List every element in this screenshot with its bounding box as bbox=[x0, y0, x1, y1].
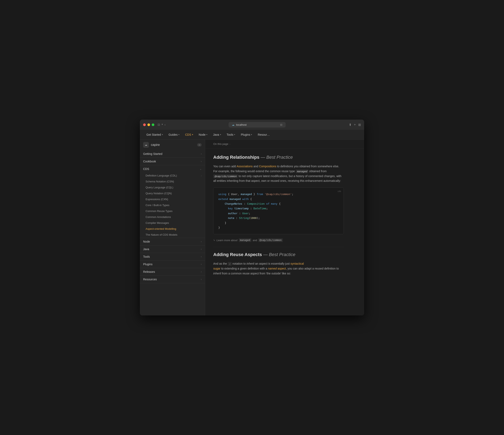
sidebar-sub-item-annotations[interactable]: Common Annotations bbox=[140, 214, 205, 220]
code-token: ; bbox=[266, 207, 268, 210]
code-sap-cds-common-badge[interactable]: @sap/cds/common bbox=[258, 238, 283, 242]
code-line-6: note : String(1000); bbox=[218, 216, 339, 220]
close-button[interactable] bbox=[143, 123, 146, 126]
sidebar-sub-item-cqn[interactable]: Query Notation (CQN) bbox=[140, 190, 205, 196]
sidebar-toggle-icon[interactable]: ⊡ bbox=[158, 123, 160, 126]
chevron-down-icon: ▾ bbox=[162, 133, 163, 136]
back-icon[interactable]: ‹ bbox=[164, 123, 166, 126]
sidebar-section-cds: CDS ⌄ Definition Language (CDL) › Schema… bbox=[140, 165, 205, 238]
link-associations[interactable]: Associations bbox=[237, 165, 253, 168]
sidebar-sub-item-nature[interactable]: The Nature of CDS Models bbox=[140, 232, 205, 238]
code-token: note bbox=[228, 216, 234, 220]
sidebar-sub-label-csn: Schema Notation (CSN) bbox=[145, 180, 174, 183]
sidebar-section-resources: Resources › bbox=[140, 276, 205, 283]
code-token: : bbox=[234, 216, 239, 220]
sidebar-sub-item-builtin[interactable]: Core / Built-in Types bbox=[140, 202, 205, 208]
nav-cds[interactable]: CDS ▾ bbox=[183, 132, 196, 138]
code-lang-badge: cds bbox=[338, 189, 341, 194]
sidebar-item-resources[interactable]: Resources › bbox=[140, 276, 205, 283]
cds-subsection: Definition Language (CDL) › Schema Notat… bbox=[140, 173, 205, 238]
sidebar-label-java: Java bbox=[143, 248, 149, 251]
chevron-down-icon: ▾ bbox=[220, 133, 221, 136]
code-token: } bbox=[218, 221, 226, 224]
sidebar-sub-label-cqn: Query Notation (CQN) bbox=[145, 192, 172, 195]
learn-more-text: Learn more about bbox=[216, 239, 237, 242]
chevron-right-icon: › bbox=[201, 255, 202, 258]
reader-icon[interactable]: ⊟ bbox=[280, 123, 282, 126]
share-icon[interactable]: ⬆ bbox=[349, 123, 351, 127]
chevron-down-icon: ▾ bbox=[251, 133, 252, 136]
code-token: ; bbox=[249, 212, 250, 215]
sidebar-sub-item-reuse-types[interactable]: Common Reuse Types bbox=[140, 208, 205, 214]
arrow-icon: ↳ bbox=[213, 239, 215, 241]
sidebar-item-java[interactable]: Java › bbox=[140, 245, 205, 253]
nav-tools[interactable]: Tools ▾ bbox=[224, 132, 238, 138]
sidebar-section-releases: Releases › bbox=[140, 268, 205, 276]
sidebar-sub-label-reuse-types: Common Reuse Types bbox=[145, 210, 172, 213]
sidebar-item-tools[interactable]: Tools › bbox=[140, 253, 205, 260]
nav-java[interactable]: Java ▾ bbox=[211, 132, 224, 138]
chevron-right-icon: › bbox=[201, 152, 202, 155]
code-managed-badge[interactable]: managed bbox=[239, 238, 252, 242]
sidebar-item-releases[interactable]: Releases › bbox=[140, 268, 205, 276]
sidebar-sub-item-csn[interactable]: Schema Notation (CSN) bbox=[140, 178, 205, 185]
code-token: '@sap/cds/common' bbox=[265, 193, 292, 196]
code-line-7: } bbox=[218, 221, 339, 225]
sidebar-item-cds[interactable]: CDS ⌄ bbox=[140, 165, 205, 173]
sidebar-badge: n bbox=[197, 143, 202, 147]
code-token: ChangeNotes bbox=[225, 202, 242, 205]
link-syntactical-sugar[interactable]: syntacticalsugar bbox=[213, 262, 304, 270]
code-token bbox=[218, 207, 228, 210]
link-compositions[interactable]: Compositions bbox=[259, 165, 276, 168]
sidebar-sub-item-cql[interactable]: Query Language (CQL) bbox=[140, 185, 205, 190]
sidebar-item-cookbook[interactable]: Cookbook › bbox=[140, 158, 205, 165]
sidebar-sub-label-builtin: Core / Built-in Types bbox=[145, 204, 170, 207]
text-inherit-1: inherit bbox=[246, 262, 254, 265]
code-line-1: using { User, managed } from '@sap/cds/c… bbox=[218, 192, 339, 196]
chevron-down-icon[interactable]: ▾ bbox=[162, 123, 163, 126]
code-colon: : bbox=[228, 262, 232, 266]
nav-get-started-label: Get Started bbox=[146, 133, 161, 136]
learn-more-managed: ↳ Learn more about managed and @sap/cds/… bbox=[213, 238, 344, 242]
link-aspect[interactable]: aspect bbox=[278, 267, 286, 270]
chevron-right-icon: › bbox=[201, 248, 202, 250]
nav-node[interactable]: Node ▾ bbox=[196, 132, 210, 138]
sidebar-sub-label-aspect: Aspect-oriented Modelling bbox=[145, 227, 176, 230]
sidebar-sub-item-cdl[interactable]: Definition Language (CDL) › bbox=[140, 173, 205, 178]
minimize-button[interactable] bbox=[147, 123, 150, 126]
text-named: named bbox=[268, 267, 277, 270]
code-block-relationships: cds using { User, managed } from '@sap/c… bbox=[213, 187, 344, 234]
nav-get-started[interactable]: Get Started ▾ bbox=[144, 132, 165, 138]
window-controls: ⊡ ▾ ‹ bbox=[158, 123, 166, 126]
url-display[interactable]: ☁ localhost ⊟ bbox=[229, 122, 286, 128]
sidebar-section-plugins: Plugins › bbox=[140, 260, 205, 268]
sidebar-item-node[interactable]: Node › bbox=[140, 238, 205, 245]
code-token: ); bbox=[257, 216, 260, 220]
sidebar-sub-item-aspect[interactable]: Aspect-oriented Modelling bbox=[140, 226, 205, 232]
code-managed: managed bbox=[296, 170, 308, 173]
code-token: DateTime bbox=[253, 207, 266, 210]
sidebar-sub-item-compiler[interactable]: Compiler Messages bbox=[140, 220, 205, 226]
browser-window: ⊡ ▾ ‹ ☁ localhost ⊟ ⬆ + ⊞ Get Started ▾ … bbox=[140, 120, 364, 315]
sidebar-item-getting-started[interactable]: Getting Started › bbox=[140, 150, 205, 157]
site-icon: ☁ bbox=[232, 123, 234, 126]
nav-plugins[interactable]: Plugins ▾ bbox=[238, 132, 254, 138]
content-area: On this page › Adding Relationships — Be… bbox=[205, 139, 364, 315]
chevron-right-icon: › bbox=[201, 240, 202, 243]
section-divider bbox=[213, 247, 344, 247]
sidebar-label-getting-started: Getting Started bbox=[143, 152, 162, 156]
maximize-button[interactable] bbox=[152, 123, 154, 126]
new-tab-icon[interactable]: + bbox=[354, 123, 356, 127]
code-token: { bbox=[278, 202, 281, 205]
sidebar-sub-item-cxn[interactable]: Expressions (CXN) bbox=[140, 196, 205, 202]
nav-guides[interactable]: Guides ▾ bbox=[166, 132, 182, 138]
title-bar: ⊡ ▾ ‹ ☁ localhost ⊟ ⬆ + ⊞ bbox=[140, 120, 364, 130]
breadcrumb[interactable]: On this page › bbox=[205, 139, 364, 148]
code-token: timestamp bbox=[234, 207, 249, 210]
content-body: Adding Relationships — Best Practice You… bbox=[205, 148, 352, 286]
nav-resources[interactable]: Resour… bbox=[255, 132, 272, 138]
chevron-right-icon: › bbox=[201, 160, 202, 163]
sidebar-item-plugins[interactable]: Plugins › bbox=[140, 260, 205, 268]
tabs-icon[interactable]: ⊞ bbox=[358, 123, 361, 127]
code-token bbox=[218, 212, 228, 215]
